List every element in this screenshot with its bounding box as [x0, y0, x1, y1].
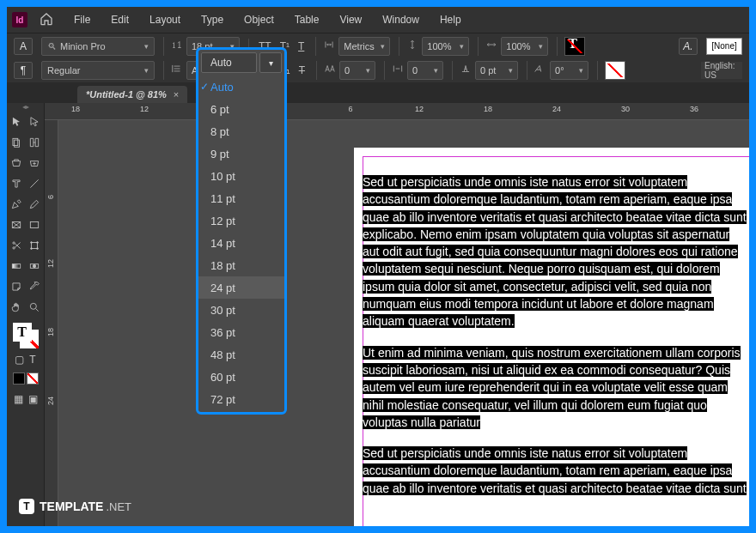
menu-edit[interactable]: Edit	[111, 14, 129, 26]
svg-rect-3	[31, 222, 39, 228]
menu-type[interactable]: Type	[201, 14, 223, 26]
apply-color-icon[interactable]	[13, 372, 25, 385]
ruler-tick: 6	[342, 105, 359, 113]
menu-table[interactable]: Table	[295, 14, 320, 26]
format-container-icon[interactable]: ▢	[15, 354, 24, 366]
note-tool-icon[interactable]	[7, 276, 26, 297]
pen-tool-icon[interactable]	[7, 194, 26, 215]
horizontal-scale-field[interactable]: 100% ▾	[501, 37, 548, 56]
dropdown-item[interactable]: 14 pt	[198, 232, 284, 254]
canvas[interactable]: 18 12 6 0 6 12 18 24 30 36 6 12 18 24	[45, 103, 749, 526]
ruler-tick: 18	[67, 105, 84, 113]
ruler-tick: 24	[548, 105, 565, 113]
dropdown-item[interactable]: 30 pt	[198, 299, 284, 321]
line-tool-icon[interactable]	[26, 173, 45, 194]
scissors-tool-icon[interactable]	[7, 235, 26, 256]
dropdown-item[interactable]: 6 pt	[198, 98, 284, 120]
tracking2-icon	[392, 63, 404, 78]
zoom-tool-icon[interactable]	[26, 297, 45, 318]
content-placer-tool-icon[interactable]	[26, 153, 45, 173]
page-tool-icon[interactable]	[7, 132, 26, 153]
tracking2-field[interactable]: 0▾	[407, 61, 443, 80]
tracking-field[interactable]: 0▾	[339, 61, 375, 80]
stroke-swatch[interactable]	[605, 61, 625, 80]
selected-text: Sed ut perspiciatis unde omnis iste natu…	[363, 446, 747, 495]
char-style-field[interactable]: [None]	[706, 38, 742, 55]
font-style-value: Regular	[47, 65, 81, 76]
horizontal-ruler[interactable]: 18 12 6 0 6 12 18 24 30 36	[45, 103, 749, 120]
hand-tool-icon[interactable]	[7, 297, 26, 318]
dropdown-item[interactable]: 72 pt	[198, 388, 284, 410]
rectangle-frame-tool-icon[interactable]	[7, 215, 26, 235]
gradient-swatch-tool-icon[interactable]	[7, 256, 26, 276]
dropdown-item[interactable]: 9 pt	[198, 142, 284, 165]
direct-selection-tool-icon[interactable]	[26, 112, 45, 132]
close-icon[interactable]: ×	[174, 89, 179, 100]
font-style-combo[interactable]: Regular ▾	[41, 61, 155, 80]
dropdown-item[interactable]: 60 pt	[198, 366, 284, 388]
dropdown-current-field[interactable]: Auto	[201, 52, 257, 73]
gradient-feather-tool-icon[interactable]	[26, 256, 45, 276]
home-icon[interactable]	[40, 12, 53, 28]
text-frame[interactable]: Sed ut perspiciatis unde omnis iste natu…	[363, 173, 749, 511]
menu-help[interactable]: Help	[440, 14, 461, 26]
strikethrough-button[interactable]: T	[296, 63, 308, 78]
template-logo-icon: T	[19, 499, 34, 514]
vertical-ruler[interactable]: 6 12 18 24	[45, 120, 58, 526]
dropdown-item[interactable]: 48 pt	[198, 343, 284, 366]
app-logo-icon[interactable]: Id	[12, 12, 27, 27]
selection-tool-icon[interactable]	[7, 112, 26, 132]
ruler-tick: 12	[411, 105, 428, 113]
document-tab[interactable]: *Untitled-1 @ 81% ×	[77, 86, 187, 103]
chevron-down-icon: ▾	[429, 66, 438, 75]
document-tab-label: *Untitled-1 @ 81%	[86, 89, 167, 100]
dropdown-item[interactable]: 10 pt	[198, 165, 284, 187]
paragraph-format-mode-icon[interactable]: ¶	[14, 62, 33, 79]
search-icon: 🔍︎	[47, 41, 57, 51]
fill-stroke-swatch[interactable]: T	[13, 323, 39, 347]
toolbox-handle[interactable]: ◂▸	[7, 103, 44, 112]
document-page[interactable]: Sed ut perspiciatis unde omnis iste natu…	[354, 148, 749, 526]
apply-none-icon[interactable]	[27, 372, 39, 385]
menu-object[interactable]: Object	[244, 14, 274, 26]
language-field[interactable]: English: US	[701, 62, 742, 79]
eyedropper-tool-icon[interactable]	[26, 276, 45, 297]
normal-view-icon[interactable]: ▦	[14, 393, 23, 405]
dropdown-toggle-button[interactable]: ▾	[259, 52, 282, 73]
ruler-tick: 12	[46, 251, 55, 268]
skew-field[interactable]: 0°▾	[550, 61, 588, 80]
dropdown-item[interactable]: 24 pt	[198, 276, 284, 299]
underline-button[interactable]: T	[296, 39, 307, 54]
dropdown-item-auto[interactable]: Auto	[198, 76, 284, 98]
baseline-shift-value: 0 pt	[480, 65, 496, 76]
menu-view[interactable]: View	[339, 14, 362, 26]
dropdown-item[interactable]: 12 pt	[198, 209, 284, 232]
vertical-scale-field[interactable]: 100% ▾	[422, 37, 469, 56]
font-family-value: Minion Pro	[60, 41, 106, 51]
document-tabstrip: *Untitled-1 @ 81% ×	[7, 82, 749, 103]
preview-view-icon[interactable]: ▣	[28, 393, 38, 405]
skew-value: 0°	[555, 65, 564, 76]
dropdown-item[interactable]: 11 pt	[198, 187, 284, 209]
dropdown-item[interactable]: 18 pt	[198, 254, 284, 276]
free-transform-tool-icon[interactable]	[26, 235, 45, 256]
menu-layout[interactable]: Layout	[149, 14, 180, 26]
horizontal-scale-icon	[485, 39, 497, 54]
dropdown-item[interactable]: 36 pt	[198, 321, 284, 343]
type-tool-icon[interactable]	[7, 173, 26, 194]
character-format-mode-icon[interactable]: A	[14, 38, 33, 55]
pencil-tool-icon[interactable]	[26, 194, 45, 215]
menu-file[interactable]: File	[74, 14, 90, 26]
svg-point-4	[13, 242, 15, 244]
baseline-shift-field[interactable]: 0 pt▾	[475, 61, 518, 80]
rectangle-tool-icon[interactable]	[26, 215, 45, 235]
kerning-field[interactable]: Metrics ▾	[338, 37, 390, 56]
fill-swatch[interactable]: T	[564, 37, 585, 56]
content-collector-tool-icon[interactable]	[7, 153, 26, 173]
format-text-icon[interactable]: T	[29, 354, 35, 366]
dropdown-item[interactable]: 8 pt	[198, 120, 284, 142]
menu-window[interactable]: Window	[382, 14, 419, 26]
vertical-scale-icon	[406, 39, 418, 54]
gap-tool-icon[interactable]	[26, 132, 45, 153]
font-family-combo[interactable]: 🔍︎ Minion Pro ▾	[41, 37, 155, 56]
